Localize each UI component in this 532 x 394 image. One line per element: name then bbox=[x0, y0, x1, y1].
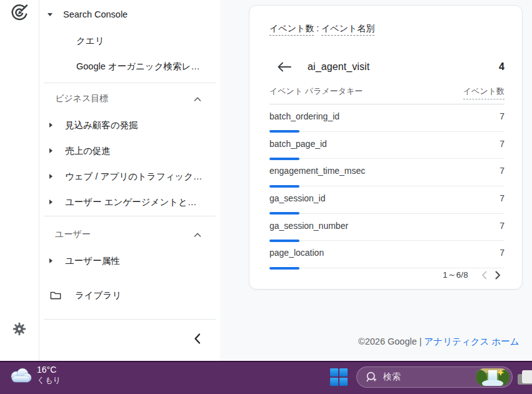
collapse-nav-button[interactable] bbox=[189, 331, 204, 345]
property-logo-icon[interactable] bbox=[9, 3, 29, 23]
sidebar-item-library[interactable]: ライブラリ bbox=[39, 287, 220, 303]
folder-icon bbox=[50, 291, 61, 300]
row-value: 7 bbox=[499, 193, 504, 203]
sidebar-item-label: 売上の促進 bbox=[65, 145, 111, 157]
table-row[interactable]: batch_page_id 7 bbox=[269, 132, 504, 159]
search-label: 検索 bbox=[383, 371, 401, 383]
section-title: ビジネス目標 bbox=[55, 93, 194, 104]
row-key: batch_ordering_id bbox=[269, 111, 499, 121]
back-arrow-icon[interactable] bbox=[277, 61, 292, 73]
row-key: ga_session_number bbox=[269, 221, 499, 231]
weather-condition: くもり bbox=[37, 376, 61, 386]
row-bar bbox=[269, 267, 299, 270]
sidebar-item-queries[interactable]: クエリ bbox=[39, 33, 220, 49]
sidebar-item-label: クエリ bbox=[76, 35, 104, 47]
windows-logo-square bbox=[339, 368, 348, 376]
taskbar-search-box[interactable]: 検索 bbox=[356, 366, 513, 388]
events-card: イベント数 : イベント名別 ai_agent_visit 4 イベント パラメ… bbox=[249, 5, 523, 290]
sidebar-item-label: 見込み顧客の発掘 bbox=[65, 119, 138, 131]
expander-right-icon bbox=[49, 200, 53, 205]
table-row[interactable]: ga_session_id 7 bbox=[269, 186, 504, 214]
window-front-pane bbox=[522, 370, 532, 383]
windows-start-icon[interactable] bbox=[330, 368, 348, 386]
section-title: ユーザー bbox=[55, 229, 194, 240]
divider bbox=[44, 216, 216, 216]
expander-down-icon bbox=[48, 13, 53, 16]
admin-gear-icon[interactable] bbox=[12, 321, 27, 336]
chevron-up-icon bbox=[194, 230, 201, 240]
sidebar-item-user-engagement[interactable]: ユーザー エンゲージメントと… bbox=[39, 194, 220, 210]
next-page-icon[interactable] bbox=[491, 268, 504, 282]
card-title-dimension-link[interactable]: イベント名別 bbox=[321, 23, 374, 36]
prev-page-icon[interactable] bbox=[477, 268, 491, 282]
analytics-home-link[interactable]: アナリティクス ホーム bbox=[424, 336, 519, 346]
table-row[interactable]: engagement_time_msec 7 bbox=[269, 159, 504, 186]
sidebar-item-organic-search[interactable]: Google オーガニック検索レ… bbox=[39, 58, 220, 74]
row-key: engagement_time_msec bbox=[269, 166, 499, 176]
search-icon bbox=[365, 371, 378, 383]
table-row[interactable]: page_location 7 bbox=[269, 241, 504, 268]
table-column-headers: イベント パラメータキー イベント数 bbox=[269, 86, 504, 99]
sidebar-item-label: Search Console bbox=[63, 9, 128, 19]
event-name: ai_agent_visit bbox=[308, 61, 369, 73]
card-title-separator: : bbox=[314, 23, 321, 33]
pagination-range: 1～6/8 bbox=[443, 270, 468, 281]
sidebar-item-label: ウェブ / アプリのトラフィック… bbox=[65, 171, 203, 183]
row-value: 7 bbox=[499, 166, 504, 176]
table-row[interactable]: ga_session_number 7 bbox=[269, 214, 504, 241]
row-key: batch_page_id bbox=[269, 139, 499, 149]
ga4-reports-screen: Search Console クエリ Google オーガニック検索レ… ビジネ… bbox=[0, 0, 532, 394]
row-value: 7 bbox=[499, 139, 504, 149]
weather-icon bbox=[9, 367, 33, 383]
row-value: 7 bbox=[499, 221, 504, 231]
divider bbox=[44, 319, 216, 320]
expander-right-icon bbox=[49, 174, 53, 179]
windows-logo-square bbox=[330, 368, 338, 376]
chevron-up-icon bbox=[194, 94, 201, 104]
row-key: ga_session_id bbox=[269, 193, 499, 203]
pagination: 1～6/8 bbox=[443, 268, 504, 282]
sidebar-item-drive-sales[interactable]: 売上の促進 bbox=[39, 143, 220, 159]
card-title: イベント数 : イベント名別 bbox=[269, 23, 374, 34]
sidebar-item-label: ユーザー属性 bbox=[65, 255, 120, 267]
app-rail bbox=[0, 0, 39, 361]
event-parameters-table: batch_ordering_id 7 batch_page_id 7 enga… bbox=[269, 104, 504, 268]
section-header-user[interactable]: ユーザー bbox=[39, 227, 220, 242]
weather-temperature: 16°C bbox=[37, 365, 61, 376]
sidebar-item-label: ライブラリ bbox=[75, 290, 121, 301]
sidebar-item-lead-generation[interactable]: 見込み顧客の発掘 bbox=[39, 117, 220, 133]
column-header-event-count[interactable]: イベント数 bbox=[463, 86, 504, 99]
weather-widget[interactable]: 16°C くもり bbox=[9, 365, 61, 385]
row-value: 7 bbox=[499, 248, 504, 258]
windows-taskbar: 16°C くもり 検索 bbox=[0, 361, 532, 394]
weather-text: 16°C くもり bbox=[37, 365, 61, 385]
search-highlight-thumbnail bbox=[476, 368, 509, 386]
row-key: page_location bbox=[269, 248, 499, 258]
event-count-value: 4 bbox=[499, 61, 504, 73]
expander-right-icon bbox=[49, 123, 53, 128]
sidebar-item-label: ユーザー エンゲージメントと… bbox=[65, 196, 196, 208]
expander-right-icon bbox=[49, 148, 53, 153]
event-detail-header: ai_agent_visit 4 bbox=[269, 58, 504, 76]
taskbar-window-icon[interactable] bbox=[518, 368, 532, 387]
sidebar-item-search-console[interactable]: Search Console bbox=[39, 6, 220, 23]
sidebar-item-web-app-traffic[interactable]: ウェブ / アプリのトラフィック… bbox=[39, 168, 220, 184]
sidebar-item-user-attributes[interactable]: ユーザー属性 bbox=[39, 253, 220, 269]
collapse-left-icon bbox=[194, 333, 201, 344]
page-footer: ©2026 Google | アナリティクス ホーム bbox=[358, 336, 519, 348]
table-row[interactable]: batch_ordering_id 7 bbox=[269, 104, 504, 132]
expander-right-icon bbox=[49, 258, 53, 263]
divider bbox=[44, 83, 216, 83]
windows-logo-square bbox=[339, 378, 348, 386]
card-title-metric-link[interactable]: イベント数 bbox=[269, 23, 314, 36]
row-value: 7 bbox=[499, 111, 504, 121]
section-header-business-goals[interactable]: ビジネス目標 bbox=[39, 91, 220, 106]
copyright-text: ©2026 Google | bbox=[358, 336, 424, 346]
report-nav-drawer: Search Console クエリ Google オーガニック検索レ… ビジネ… bbox=[39, 0, 220, 361]
column-header-parameter-key: イベント パラメータキー bbox=[269, 86, 463, 97]
sidebar-item-label: Google オーガニック検索レ… bbox=[76, 61, 200, 73]
windows-logo-square bbox=[330, 378, 338, 386]
